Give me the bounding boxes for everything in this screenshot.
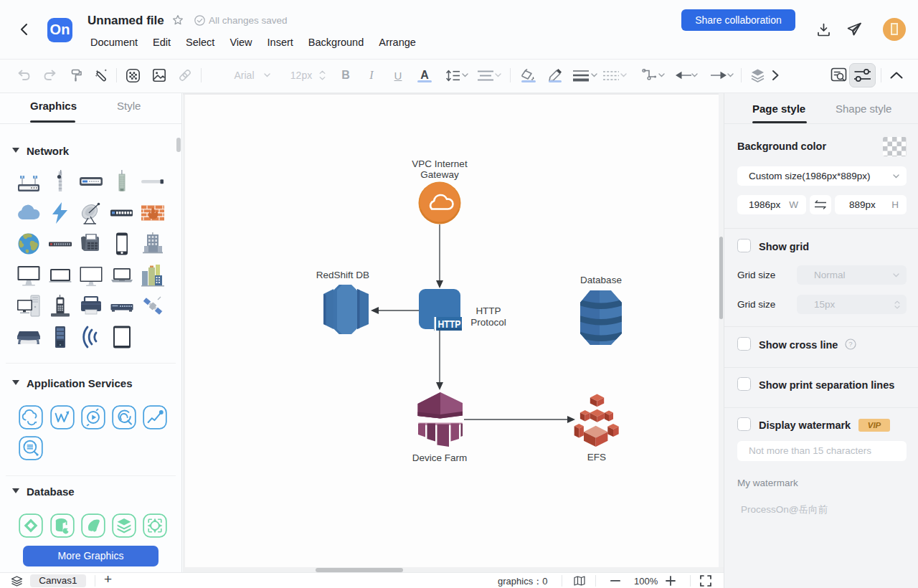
svg-text:HTTP: HTTP [475, 305, 501, 316]
svg-text:Database: Database [580, 275, 622, 285]
svg-text:Device Farm: Device Farm [412, 452, 468, 463]
svg-text:Protocol: Protocol [470, 317, 506, 328]
svg-text:?: ? [848, 340, 852, 348]
svg-text:HTTP: HTTP [438, 318, 461, 330]
svg-text:EFS: EFS [587, 452, 606, 463]
svg-text:RedShift DB: RedShift DB [316, 270, 369, 280]
svg-text:Gateway: Gateway [420, 169, 459, 180]
svg-text:VPC Internet: VPC Internet [412, 158, 468, 169]
